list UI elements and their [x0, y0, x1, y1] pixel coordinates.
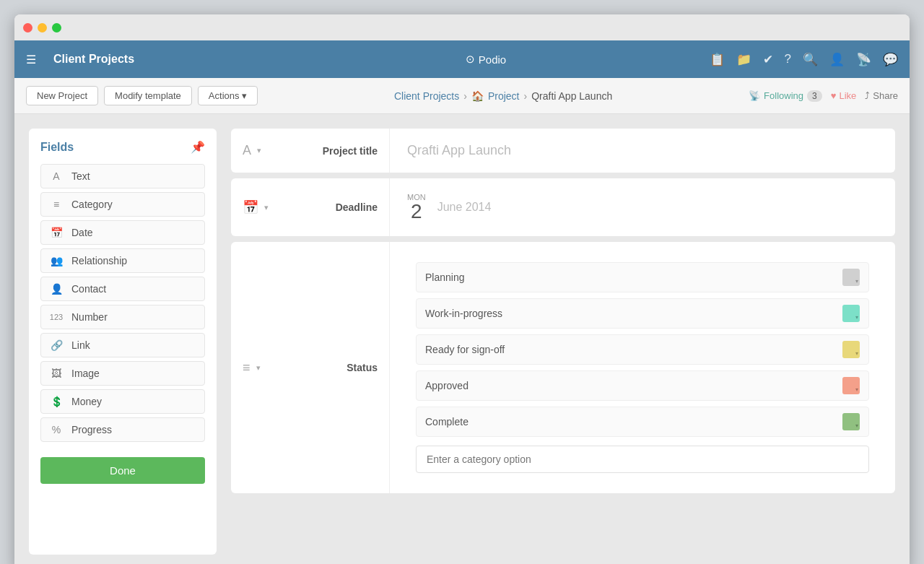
field-link[interactable]: 🔗 Link [40, 333, 205, 357]
traffic-lights [23, 23, 61, 32]
status-label: Status [266, 362, 378, 373]
main-window: ☰ Client Projects ⊙ Podio 📋 📁 ✔ ? 🔍 👤 📡 … [14, 14, 910, 564]
field-link-label: Link [71, 339, 90, 351]
field-number-label: Number [71, 311, 108, 323]
status-ready-label: Ready for sign-off [425, 344, 505, 355]
fields-title: Fields [40, 141, 74, 154]
deadline-dropdown-icon[interactable]: ▾ [264, 203, 269, 212]
actions-button[interactable]: Actions ▾ [198, 86, 258, 105]
status-planning-label: Planning [425, 272, 465, 283]
breadcrumb-client-projects[interactable]: Client Projects [394, 90, 459, 102]
status-option-complete[interactable]: Complete ▾ [416, 407, 869, 437]
title-dropdown-icon[interactable]: ▾ [257, 146, 261, 155]
field-number[interactable]: 123 Number [40, 305, 205, 329]
text-type-icon: A [243, 143, 251, 158]
status-row: ≡ ▾ Status Planning ▾ [231, 242, 895, 493]
profile-icon[interactable]: 👤 [829, 52, 845, 67]
approved-color-arrow: ▾ [855, 386, 858, 393]
main-content: Fields 📌 A Text ≡ Category 📅 Date 👥 Rela… [14, 114, 910, 564]
status-options-col: Planning ▾ Work-in-progress ▾ [390, 242, 895, 493]
field-text[interactable]: A Text [40, 164, 205, 188]
breadcrumb-sep-2: › [523, 90, 527, 102]
hamburger-icon[interactable]: ☰ [26, 53, 36, 66]
approved-color[interactable]: ▾ [842, 377, 860, 394]
category-field-icon: ≡ [48, 199, 64, 210]
field-money-label: Money [71, 396, 102, 407]
status-option-approved[interactable]: Approved ▾ [416, 370, 869, 401]
planning-color[interactable]: ▾ [842, 269, 860, 286]
date-month-text: June 2014 [437, 201, 492, 214]
field-text-label: Text [71, 170, 90, 182]
ready-color-arrow: ▾ [855, 350, 858, 357]
date-day: Mon 2 [407, 193, 426, 222]
messages-icon[interactable]: 💬 [883, 52, 898, 67]
podio-logo: ⊙ Podio [466, 53, 506, 66]
close-button[interactable] [23, 23, 32, 32]
notifications-icon[interactable]: 📡 [856, 52, 871, 67]
deadline-value: Mon 2 June 2014 [407, 193, 491, 222]
following-icon: 📡 [749, 90, 760, 101]
new-project-button[interactable]: New Project [26, 86, 98, 105]
ready-color[interactable]: ▾ [842, 341, 860, 358]
project-title-row: A ▾ Project title Qrafti App Launch [231, 129, 895, 173]
status-option-planning[interactable]: Planning ▾ [416, 262, 869, 292]
date-field-icon: 📅 [48, 227, 64, 238]
planning-color-arrow: ▾ [855, 278, 858, 285]
breadcrumb-sep-1: › [463, 90, 467, 102]
done-button[interactable]: Done [40, 457, 205, 484]
project-title-value-col: Qrafti App Launch [390, 129, 895, 173]
fields-header: Fields 📌 [40, 140, 205, 154]
field-contact[interactable]: 👤 Contact [40, 277, 205, 301]
following-button[interactable]: 📡 Following 3 [749, 90, 822, 102]
title-bar [14, 14, 910, 40]
nav-icons: 📋 📁 ✔ ? 🔍 👤 📡 💬 [710, 52, 898, 67]
navbar: ☰ Client Projects ⊙ Podio 📋 📁 ✔ ? 🔍 👤 📡 … [14, 40, 910, 78]
status-option-ready[interactable]: Ready for sign-off ▾ [416, 334, 869, 365]
field-image[interactable]: 🖼 Image [40, 361, 205, 386]
files-icon[interactable]: 📁 [736, 52, 751, 67]
status-wip-label: Work-in-progress [425, 308, 502, 319]
link-field-icon: 🔗 [48, 339, 64, 351]
search-icon[interactable]: 🔍 [803, 52, 818, 67]
deadline-section: 📅 ▾ Deadline Mon 2 June 2014 [231, 178, 895, 236]
modify-template-button[interactable]: Modify template [104, 86, 192, 105]
project-title-value: Qrafti App Launch [407, 143, 511, 158]
status-options: Planning ▾ Work-in-progress ▾ [401, 251, 884, 485]
status-option-wip[interactable]: Work-in-progress ▾ [416, 298, 869, 329]
complete-color[interactable]: ▾ [842, 413, 860, 430]
breadcrumb: Client Projects › 🏠 Project › Qrafti App… [263, 90, 743, 102]
field-progress-label: Progress [71, 424, 112, 435]
podio-icon: ⊙ [466, 53, 475, 66]
field-image-label: Image [71, 368, 100, 379]
maximize-button[interactable] [52, 23, 61, 32]
toolbar-right-actions: 📡 Following 3 ♥ Like ⤴ Share [749, 90, 898, 102]
breadcrumb-project[interactable]: Project [488, 90, 520, 102]
status-label-col: ≡ ▾ Status [231, 242, 390, 493]
field-money[interactable]: 💲 Money [40, 389, 205, 414]
actions-chevron-icon: ▾ [242, 90, 247, 101]
category-input[interactable] [416, 446, 869, 473]
field-relationship[interactable]: 👥 Relationship [40, 248, 205, 273]
boards-icon[interactable]: 📋 [710, 52, 725, 67]
deadline-label: Deadline [274, 201, 378, 213]
help-icon[interactable]: ? [785, 52, 791, 66]
tasks-icon[interactable]: ✔ [763, 52, 773, 67]
wip-color[interactable]: ▾ [842, 305, 860, 322]
status-section: ≡ ▾ Status Planning ▾ [231, 242, 895, 493]
pin-icon[interactable]: 📌 [191, 140, 205, 154]
status-dropdown-icon[interactable]: ▾ [256, 363, 261, 373]
wip-color-arrow: ▾ [855, 314, 858, 321]
project-title-label: Project title [267, 145, 378, 157]
field-date-label: Date [71, 227, 93, 238]
field-date[interactable]: 📅 Date [40, 220, 205, 245]
relationship-field-icon: 👥 [48, 255, 64, 266]
deadline-row: 📅 ▾ Deadline Mon 2 June 2014 [231, 178, 895, 236]
share-button[interactable]: ⤴ Share [865, 90, 898, 101]
toolbar: New Project Modify template Actions ▾ Cl… [14, 78, 910, 114]
field-category[interactable]: ≡ Category [40, 192, 205, 217]
like-button[interactable]: ♥ Like [831, 90, 857, 101]
field-progress[interactable]: % Progress [40, 417, 205, 442]
nav-app-title: Client Projects [53, 53, 263, 66]
minimize-button[interactable] [38, 23, 47, 32]
status-complete-label: Complete [425, 416, 468, 428]
